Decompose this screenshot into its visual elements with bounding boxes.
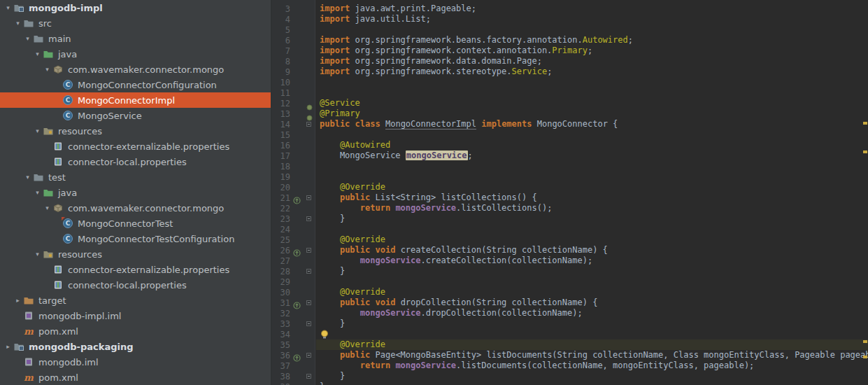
code-line[interactable]: public class MongoConnectorImpl implemen… xyxy=(316,119,868,130)
code-line[interactable] xyxy=(316,224,868,234)
gutter-line[interactable]: 8 xyxy=(272,56,315,66)
fold-marker-icon[interactable] xyxy=(306,300,311,305)
chevron-down-icon[interactable]: ▾ xyxy=(42,204,52,211)
code-line[interactable]: } xyxy=(316,318,868,329)
code-area[interactable]: import java.awt.print.Pageable;import ja… xyxy=(316,0,868,385)
tree-item-java[interactable]: ▾java xyxy=(0,46,271,62)
gutter-line[interactable]: 18 xyxy=(272,161,315,172)
code-line[interactable]: @Override xyxy=(316,182,868,192)
code-line[interactable] xyxy=(316,329,868,340)
code-line[interactable]: import org.springframework.stereotype.Se… xyxy=(316,66,868,77)
code-line[interactable]: mongoService.dropCollection(collectionNa… xyxy=(316,308,868,318)
tree-item-pom-xml[interactable]: mpom.xml xyxy=(0,323,271,339)
fold-marker-icon[interactable] xyxy=(306,122,311,127)
code-line[interactable]: public void createCollection(String coll… xyxy=(316,245,868,255)
code-line[interactable]: mongoService.createCollection(collection… xyxy=(316,255,868,266)
chevron-down-icon[interactable]: ▾ xyxy=(13,20,23,27)
error-stripe-mark[interactable] xyxy=(863,340,867,343)
code-line[interactable]: @Override xyxy=(316,234,868,245)
tree-item-com-wavemaker-connector-mongo[interactable]: ▾com.wavemaker.connector.mongo xyxy=(0,62,271,77)
code-line[interactable]: public Page<MongoBaseEntity> listDocumen… xyxy=(316,350,868,360)
chevron-right-icon[interactable]: ▸ xyxy=(13,297,23,304)
gutter-line[interactable]: 34 xyxy=(272,329,315,340)
code-line[interactable] xyxy=(316,161,868,172)
code-line[interactable]: @Override xyxy=(316,287,868,298)
gutter-line[interactable]: 5 xyxy=(272,24,315,35)
code-line[interactable]: import java.awt.print.Pageable; xyxy=(316,4,868,14)
gutter-line[interactable]: 25 xyxy=(272,234,315,245)
spring-bean-icon[interactable] xyxy=(306,111,313,117)
gutter-line[interactable]: 4 xyxy=(272,14,315,24)
fold-marker-icon[interactable] xyxy=(306,321,311,326)
gutter-line[interactable]: 23 xyxy=(272,214,315,224)
tree-item-mongodb-impl[interactable]: ▾mongodb-impl xyxy=(0,0,271,15)
gutter-line[interactable]: 21 xyxy=(272,192,315,203)
fold-marker-icon[interactable] xyxy=(306,248,311,253)
overriding-method-icon[interactable] xyxy=(293,299,301,307)
gutter-line[interactable]: 38 xyxy=(272,371,315,382)
gutter-line[interactable]: 10 xyxy=(272,77,315,88)
code-line[interactable]: return mongoService.listDocuments(collec… xyxy=(316,360,868,371)
gutter-line[interactable]: 29 xyxy=(272,276,315,287)
editor-gutter[interactable]: 3456789101112131415161718192021222324252… xyxy=(272,0,315,385)
gutter-line[interactable]: 26 xyxy=(272,245,315,255)
code-line[interactable]: @Service xyxy=(316,98,868,108)
chevron-down-icon[interactable]: ▾ xyxy=(32,50,43,57)
tree-item-resources[interactable]: ▾resources xyxy=(0,246,271,262)
error-stripe-mark[interactable] xyxy=(863,150,867,153)
gutter-line[interactable]: 11 xyxy=(272,88,315,98)
gutter-line[interactable]: 37 xyxy=(272,360,315,371)
gutter-line[interactable]: 16 xyxy=(272,140,315,150)
tree-item-mongoconnectortest[interactable]: CMongoConnectorTest xyxy=(0,216,271,231)
code-line[interactable] xyxy=(316,130,868,140)
gutter-line[interactable]: 20 xyxy=(272,182,315,192)
fold-marker-icon[interactable] xyxy=(306,353,311,358)
code-line[interactable]: public List<String> listCollections() { xyxy=(316,192,868,203)
code-line[interactable]: } xyxy=(316,214,868,224)
tree-item-mongoservice[interactable]: CMongoService xyxy=(0,108,271,123)
gutter-line[interactable]: 19 xyxy=(272,172,315,182)
code-line[interactable]: public void dropCollection(String collec… xyxy=(316,298,868,308)
gutter-line[interactable]: 24 xyxy=(272,224,315,234)
tree-item-mongoconnectorconfiguration[interactable]: CMongoConnectorConfiguration xyxy=(0,77,271,92)
code-line[interactable] xyxy=(316,276,868,287)
code-line[interactable]: @Primary xyxy=(316,108,868,119)
tree-item-src[interactable]: ▾src xyxy=(0,15,271,31)
tree-item-mongodb-iml[interactable]: mongodb.iml xyxy=(0,354,271,370)
gutter-line[interactable]: 14 xyxy=(272,119,315,130)
error-stripe-mark[interactable] xyxy=(863,122,867,125)
gutter-line[interactable]: 33 xyxy=(272,318,315,329)
chevron-down-icon[interactable]: ▾ xyxy=(32,189,43,196)
tree-item-test[interactable]: ▾test xyxy=(0,169,271,185)
code-line[interactable]: import java.util.List; xyxy=(316,14,868,24)
chevron-down-icon[interactable]: ▾ xyxy=(3,4,13,11)
tree-item-com-wavemaker-connector-mongo[interactable]: ▾com.wavemaker.connector.mongo xyxy=(0,200,271,216)
gutter-line[interactable]: 6 xyxy=(272,35,315,46)
chevron-down-icon[interactable]: ▾ xyxy=(42,66,52,73)
tree-item-java[interactable]: ▾java xyxy=(0,185,271,200)
gutter-line[interactable]: 28 xyxy=(272,266,315,276)
editor-pane[interactable]: 3456789101112131415161718192021222324252… xyxy=(272,0,868,385)
tree-item-target[interactable]: ▸target xyxy=(0,293,271,308)
chevron-down-icon[interactable]: ▾ xyxy=(32,251,43,258)
code-line[interactable]: } xyxy=(316,266,868,276)
fold-marker-icon[interactable] xyxy=(306,216,311,221)
gutter-line[interactable]: 13 xyxy=(272,108,315,119)
gutter-line[interactable]: 35 xyxy=(272,340,315,350)
tree-item-mongodb-impl-iml[interactable]: mongodb-impl.iml xyxy=(0,308,271,323)
gutter-line[interactable]: 3 xyxy=(272,4,315,14)
code-line[interactable]: } xyxy=(316,371,868,382)
chevron-down-icon[interactable]: ▾ xyxy=(32,127,43,134)
gutter-line[interactable]: 32 xyxy=(272,308,315,318)
code-line[interactable]: import org.springframework.context.annot… xyxy=(316,46,868,56)
intention-bulb-icon[interactable] xyxy=(320,330,329,339)
fold-marker-icon[interactable] xyxy=(306,195,311,200)
gutter-line[interactable]: 36 xyxy=(272,350,315,360)
overriding-method-icon[interactable] xyxy=(293,246,301,254)
code-line[interactable] xyxy=(316,24,868,35)
overriding-method-icon[interactable] xyxy=(293,351,301,359)
tree-item-pom-xml[interactable]: mpom.xml xyxy=(0,370,271,385)
tree-item-main[interactable]: ▾main xyxy=(0,31,271,46)
code-line[interactable]: } xyxy=(316,382,868,385)
code-line[interactable]: return mongoService.listCollections(); xyxy=(316,203,868,214)
